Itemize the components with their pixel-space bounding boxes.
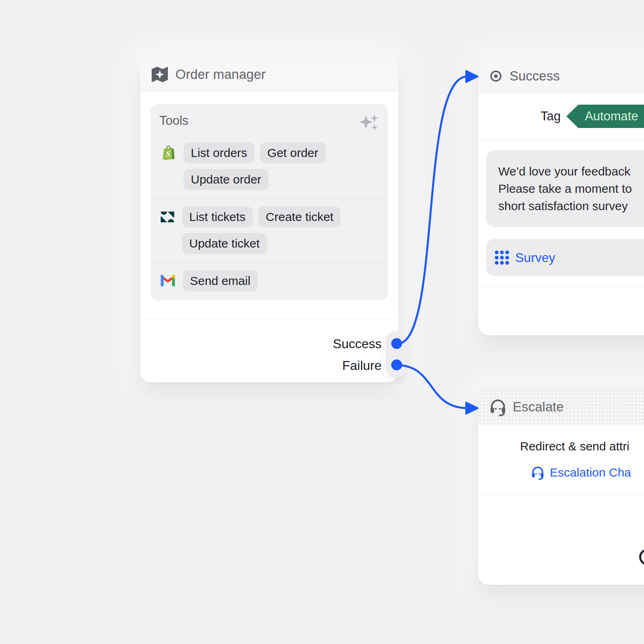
tools-card: Tools S List orders Get order Update ord… (151, 104, 388, 300)
escalate-node[interactable]: Escalate Redirect & send attri Escalatio… (478, 389, 644, 585)
connector-success-arrowhead (466, 71, 478, 82)
headset-icon (489, 398, 507, 416)
tool-group-gmail: Send email (151, 263, 388, 300)
tag-row: Tag Automate (478, 93, 644, 140)
connector-success (398, 76, 467, 344)
escalation-channel-link[interactable]: Escalation Cha (530, 465, 644, 480)
order-manager-node[interactable]: Order manager Tools S List orders Get or… (140, 57, 398, 382)
connector-failure-arrowhead (466, 402, 478, 414)
tool-group-zendesk: List tickets Create ticket Update ticket (151, 199, 388, 263)
output-label-failure: Failure (333, 355, 382, 376)
message-line: Please take a moment to (498, 180, 644, 197)
gmail-icon (159, 272, 176, 289)
tool-chip[interactable]: Create ticket (258, 206, 341, 227)
outputs-section: Success Failure (333, 333, 382, 376)
tool-chip[interactable]: Send email (183, 270, 258, 291)
tool-chip[interactable]: List tickets (182, 206, 253, 227)
zendesk-icon (159, 209, 175, 225)
headset-icon (530, 465, 545, 480)
output-label-success: Success (333, 333, 382, 355)
survey-card[interactable]: Survey (486, 239, 644, 276)
message-card[interactable]: We’d love your feedback Please take a mo… (486, 150, 644, 227)
escalation-channel-label[interactable]: Escalation Cha (550, 466, 631, 479)
escalate-description: Redirect & send attri (520, 440, 644, 453)
target-icon (489, 69, 503, 83)
outputs-divider (140, 320, 398, 320)
output-port-success[interactable] (391, 338, 402, 349)
grid-dots-icon (494, 250, 510, 265)
message-line: short satisfaction survey (498, 197, 644, 215)
success-node[interactable]: Success Tag Automate We’d love your feed… (478, 59, 644, 335)
tool-chip[interactable]: Update order (184, 169, 268, 190)
node-title: Success (510, 68, 560, 84)
node-title: Order manager (175, 67, 266, 82)
tag-badge[interactable]: Automate (566, 105, 644, 128)
success-node-footer (478, 286, 644, 335)
tag-label: Tag (541, 109, 561, 124)
tool-chip[interactable]: List orders (184, 142, 254, 163)
shopify-icon: S (159, 144, 177, 162)
survey-link[interactable]: Survey (515, 250, 555, 265)
success-node-header[interactable]: Success (478, 59, 644, 93)
tools-label: Tools (159, 114, 188, 128)
output-port-failure[interactable] (391, 359, 402, 370)
escalate-node-header[interactable]: Escalate (478, 389, 644, 425)
escalate-divider (478, 494, 644, 495)
message-line: We’d love your feedback (498, 163, 644, 180)
tool-group-shopify: S List orders Get order Update order (151, 135, 388, 199)
agent-map-sparkle-icon (151, 65, 169, 84)
sparkles-icon (357, 112, 379, 134)
connector-failure (398, 365, 467, 408)
tool-chip[interactable]: Update ticket (182, 233, 267, 254)
partial-circle-glyph (639, 549, 644, 565)
svg-text:S: S (166, 150, 171, 158)
order-manager-header[interactable]: Order manager (140, 57, 398, 92)
node-title: Escalate (513, 399, 564, 415)
tool-chip[interactable]: Get order (260, 142, 326, 163)
